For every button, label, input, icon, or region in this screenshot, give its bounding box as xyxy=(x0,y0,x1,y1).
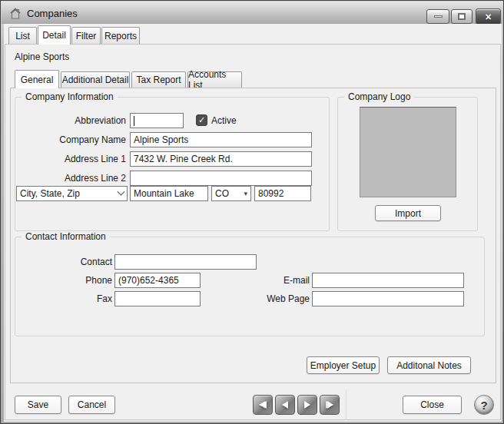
window-title: Companies xyxy=(27,8,78,19)
abbreviation-field[interactable] xyxy=(130,113,184,128)
maximize-button[interactable] xyxy=(451,9,472,24)
company-name-label: Company Name xyxy=(16,132,126,147)
tab-list[interactable]: List xyxy=(8,27,37,44)
email-label: E-mail xyxy=(216,273,310,288)
first-record-button[interactable] xyxy=(253,395,273,415)
previous-record-button[interactable] xyxy=(275,395,295,415)
tab-detail-label: Detail xyxy=(42,30,66,41)
web-page-label: Web Page xyxy=(216,291,310,306)
state-value: CO xyxy=(215,188,229,199)
tab-general[interactable]: General xyxy=(15,70,59,88)
question-mark-icon: ? xyxy=(480,399,487,412)
phone-label: Phone xyxy=(16,273,112,288)
check-icon: ✓ xyxy=(198,115,205,125)
next-record-icon xyxy=(304,401,310,409)
web-page-field[interactable] xyxy=(312,291,464,306)
tab-tax-report-label: Tax Report xyxy=(136,75,181,85)
email-field[interactable] xyxy=(312,273,464,288)
save-button-label: Save xyxy=(28,399,48,410)
company-information-group-label: Company Information xyxy=(22,91,118,102)
maximize-icon xyxy=(458,13,466,20)
employer-setup-button-label: Employer Setup xyxy=(310,360,376,371)
import-button-label: Import xyxy=(395,208,421,219)
home-icon xyxy=(9,8,22,20)
close-window-button[interactable]: × xyxy=(476,8,501,25)
first-record-icon2 xyxy=(260,401,267,409)
footer-separator xyxy=(346,389,346,420)
next-record-button[interactable] xyxy=(297,395,317,415)
city-state-zip-selector-value: City, State, Zip xyxy=(20,188,80,199)
close-icon: × xyxy=(485,11,491,23)
cancel-button[interactable]: Cancel xyxy=(68,396,115,414)
tab-additional-detail[interactable]: Additional Detail xyxy=(61,71,130,88)
tab-accounts-list[interactable]: Accounts List xyxy=(187,71,242,88)
company-logo-group-label: Company Logo xyxy=(344,91,414,102)
contact-label: Contact xyxy=(16,254,112,270)
abbreviation-label: Abbreviation xyxy=(16,113,126,128)
active-label: Active xyxy=(211,113,257,128)
contact-field[interactable] xyxy=(114,254,257,270)
additional-notes-button[interactable]: Additonal Notes xyxy=(387,356,471,374)
active-checkbox[interactable]: ✓ xyxy=(196,114,207,126)
previous-record-icon xyxy=(282,401,288,409)
import-button[interactable]: Import xyxy=(375,205,441,221)
chevron-down-icon xyxy=(118,187,125,195)
address-line1-field[interactable]: 7432 W. Pine Creek Rd. xyxy=(130,151,312,167)
tab-reports-label: Reports xyxy=(104,31,137,41)
last-record-button[interactable] xyxy=(320,395,340,415)
tab-list-label: List xyxy=(15,31,30,41)
employer-setup-button[interactable]: Employer Setup xyxy=(307,356,380,374)
company-name-field[interactable]: Alpine Sports xyxy=(130,132,312,147)
fax-label: Fax xyxy=(16,291,112,306)
city-field[interactable]: Mountain Lake xyxy=(130,186,208,201)
close-button-label: Close xyxy=(420,399,444,410)
title-bar[interactable]: Companies × xyxy=(2,2,502,24)
text-caret xyxy=(134,116,134,126)
phone-value: (970)652-4365 xyxy=(118,275,179,286)
address-line1-value: 7432 W. Pine Creek Rd. xyxy=(134,154,233,164)
address-line2-field[interactable] xyxy=(130,171,312,186)
save-button[interactable]: Save xyxy=(15,396,61,414)
address-line2-label: Address Line 2 xyxy=(16,171,126,186)
contact-information-group-label: Contact Information xyxy=(22,231,110,242)
record-title: Alpine Sports xyxy=(15,51,69,62)
phone-field[interactable]: (970)652-4365 xyxy=(114,273,201,288)
tab-general-label: General xyxy=(21,75,54,85)
zip-value: 80992 xyxy=(258,188,284,199)
cancel-button-label: Cancel xyxy=(78,399,106,410)
minimize-icon xyxy=(434,15,443,18)
tab-tax-report[interactable]: Tax Report xyxy=(131,71,186,88)
address-line1-label: Address Line 1 xyxy=(16,151,126,167)
state-dropdown[interactable]: CO ▾ xyxy=(211,186,251,201)
fax-field[interactable] xyxy=(114,291,201,306)
minimize-button[interactable] xyxy=(426,9,449,24)
tab-reports[interactable]: Reports xyxy=(101,27,140,44)
city-state-zip-selector[interactable]: City, State, Zip xyxy=(16,186,128,201)
tab-filter-label: Filter xyxy=(76,31,97,41)
company-logo-placeholder xyxy=(360,107,456,197)
tab-filter[interactable]: Filter xyxy=(71,27,101,44)
city-value: Mountain Lake xyxy=(134,188,194,199)
company-name-value: Alpine Sports xyxy=(134,134,188,145)
zip-field[interactable]: 80992 xyxy=(254,186,311,201)
tab-additional-detail-label: Additional Detail xyxy=(62,75,129,85)
last-record-icon2 xyxy=(327,401,333,409)
dropdown-arrow-icon: ▾ xyxy=(244,190,247,197)
additional-notes-button-label: Additonal Notes xyxy=(396,360,462,371)
tab-detail[interactable]: Detail xyxy=(38,25,71,45)
companies-window: Companies × List Detail Filter Reports A… xyxy=(0,0,504,424)
help-button[interactable]: ? xyxy=(474,395,494,415)
close-button[interactable]: Close xyxy=(403,396,462,414)
